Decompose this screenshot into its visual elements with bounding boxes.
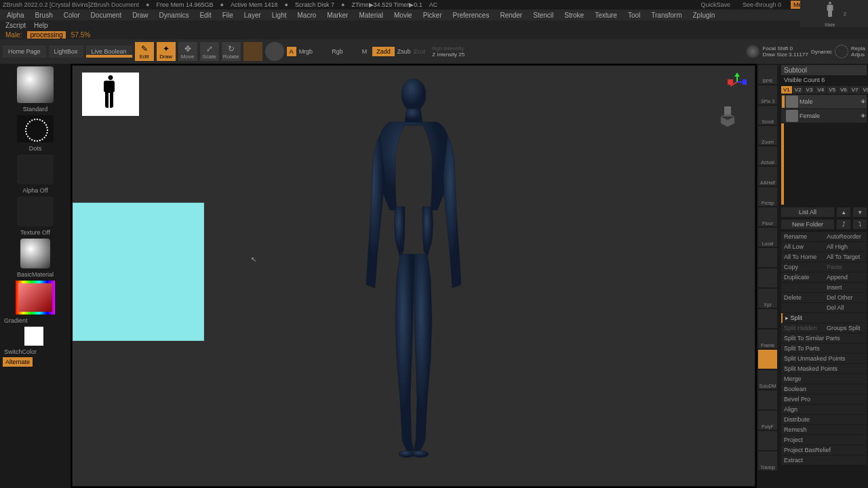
- menu-layer[interactable]: Layer: [240, 12, 265, 19]
- color-swatch[interactable]: [24, 327, 43, 346]
- op-duplicate[interactable]: Duplicate: [781, 272, 824, 283]
- human-model[interactable]: [342, 75, 485, 461]
- op-distribute[interactable]: Distribute: [781, 415, 867, 425]
- op-all-to-home[interactable]: All To Home: [781, 252, 824, 262]
- rtool-blank-14[interactable]: [758, 350, 777, 369]
- op-copy[interactable]: Copy: [781, 262, 824, 272]
- op-all-high[interactable]: All High: [824, 242, 867, 252]
- floating-panel[interactable]: [73, 203, 204, 341]
- op-merge[interactable]: Merge: [781, 374, 867, 384]
- help-menu[interactable]: Help: [34, 22, 48, 29]
- listall-button[interactable]: List All: [781, 207, 834, 217]
- op-insert[interactable]: Insert: [824, 283, 867, 293]
- split-section[interactable]: ▸ Split: [781, 313, 867, 323]
- reference-thumbnail[interactable]: [82, 73, 139, 116]
- vtab-v2[interactable]: V2: [793, 86, 804, 94]
- rtool-spix-3[interactable]: SPix 3: [758, 85, 777, 104]
- focalshift-slider[interactable]: Focal Shift 0: [762, 45, 808, 52]
- menu-brush[interactable]: Brush: [31, 12, 57, 19]
- drawsize-slider[interactable]: Draw Size 3.11177: [762, 52, 808, 58]
- menu-stroke[interactable]: Stroke: [560, 12, 588, 19]
- draw-mode-button[interactable]: ✦Draw: [157, 42, 176, 61]
- op-project-basrelief[interactable]: Project BasRelief: [781, 445, 867, 455]
- op-append[interactable]: Append: [824, 272, 867, 283]
- op-del-other[interactable]: Del Other: [824, 293, 867, 303]
- menu-edit[interactable]: Edit: [195, 12, 215, 19]
- rtool-actual[interactable]: Actual: [758, 146, 777, 165]
- scroll-indicator[interactable]: [781, 123, 784, 205]
- rtool-transp[interactable]: Transp: [758, 451, 777, 470]
- rtool-bpr[interactable]: BPR: [758, 65, 777, 84]
- sculptris-button[interactable]: [265, 42, 284, 61]
- menu-color[interactable]: Color: [60, 12, 84, 19]
- movedown-icon[interactable]: ⤵: [853, 220, 867, 229]
- menu-draw[interactable]: Draw: [128, 12, 152, 19]
- axis-gizmo[interactable]: [728, 73, 747, 92]
- menu-movie[interactable]: Movie: [390, 12, 416, 19]
- zscript-menu[interactable]: Zscript: [5, 22, 26, 29]
- menu-render[interactable]: Render: [496, 12, 526, 19]
- zcut-button[interactable]: Zcut: [414, 48, 426, 55]
- menu-alpha[interactable]: Alpha: [3, 12, 28, 19]
- dynamic-button[interactable]: Dynamic: [811, 49, 832, 55]
- menu-document[interactable]: Document: [87, 12, 126, 19]
- menu-stencil[interactable]: Stencil: [529, 12, 557, 19]
- moveup-icon[interactable]: ⤴: [837, 220, 850, 229]
- switchcolor-label[interactable]: SwitchColor: [1, 347, 69, 357]
- zsub-button[interactable]: Zsub: [397, 48, 411, 55]
- vtab-v7[interactable]: V7: [850, 86, 861, 94]
- menu-material[interactable]: Material: [355, 12, 387, 19]
- rtool-blank-10[interactable]: [758, 268, 777, 287]
- zintensity-slider[interactable]: Z Intensity 25: [432, 52, 465, 58]
- op-groups-split[interactable]: Groups Split: [824, 323, 867, 333]
- replay-button[interactable]: Repla: [851, 45, 865, 52]
- op-project[interactable]: Project: [781, 435, 867, 445]
- vtab-v5[interactable]: V5: [827, 86, 837, 94]
- vtab-v8[interactable]: V8: [861, 86, 868, 94]
- op-autoreorder[interactable]: AutoReorder: [824, 232, 867, 242]
- op-bevel-pro[interactable]: Bevel Pro: [781, 394, 867, 405]
- viewport[interactable]: ↖: [72, 65, 755, 487]
- menu-texture[interactable]: Texture: [591, 12, 621, 19]
- op-boolean[interactable]: Boolean: [781, 384, 867, 394]
- brush-preview[interactable]: [17, 66, 54, 103]
- alpha-preview[interactable]: [17, 155, 54, 184]
- vtab-v3[interactable]: V3: [804, 86, 815, 94]
- material-preview[interactable]: [20, 239, 50, 268]
- gizmo-button[interactable]: [243, 42, 262, 61]
- edit-mode-button[interactable]: ✎Edit: [135, 42, 154, 61]
- rtool-blank-16[interactable]: [758, 390, 777, 409]
- lightbox-button[interactable]: LightBox: [49, 45, 83, 58]
- rtool-frame[interactable]: Frame: [758, 329, 777, 348]
- adjust-button[interactable]: Adjus: [851, 52, 865, 58]
- scale-mode-button[interactable]: ⤢Scale: [200, 42, 219, 61]
- homepage-button[interactable]: Home Page: [3, 45, 46, 58]
- subtool-header[interactable]: Subtool: [781, 65, 867, 75]
- menu-zplugin[interactable]: Zplugin: [689, 12, 719, 19]
- op-align[interactable]: Align: [781, 405, 867, 415]
- menu-preferences[interactable]: Preferences: [448, 12, 493, 19]
- a-button[interactable]: A: [287, 47, 296, 56]
- arrow-up-icon[interactable]: ▴: [837, 207, 850, 217]
- op-all-low[interactable]: All Low: [781, 242, 824, 252]
- rtool-scroll[interactable]: Scroll: [758, 106, 777, 125]
- op-extract[interactable]: Extract: [781, 455, 867, 466]
- mrgb-button[interactable]: Mrgb: [299, 48, 313, 55]
- vtab-v6[interactable]: V6: [838, 86, 849, 94]
- menu-picker[interactable]: Picker: [419, 12, 446, 19]
- op-split-unmasked-points[interactable]: Split Unmasked Points: [781, 354, 867, 364]
- seethrough-slider[interactable]: See-through 0: [740, 1, 784, 9]
- op-remesh[interactable]: Remesh: [781, 425, 867, 435]
- alternate-button[interactable]: Alternate: [3, 357, 33, 367]
- menu-dynamics[interactable]: Dynamics: [155, 12, 193, 19]
- rtool-blank-18[interactable]: [758, 431, 777, 450]
- menu-transform[interactable]: Transform: [647, 12, 686, 19]
- op-del-all[interactable]: Del All: [824, 303, 867, 313]
- rtool-polyf[interactable]: PolyF: [758, 411, 777, 430]
- rtool-xyz[interactable]: Xyz: [758, 289, 777, 308]
- rtool-blank-12[interactable]: [758, 309, 777, 328]
- rtool-persp[interactable]: Persp: [758, 187, 777, 206]
- rtool-solodm[interactable]: SoloDM: [758, 370, 777, 389]
- op-rename[interactable]: Rename: [781, 232, 824, 242]
- arrow-down-icon[interactable]: ▾: [853, 207, 867, 217]
